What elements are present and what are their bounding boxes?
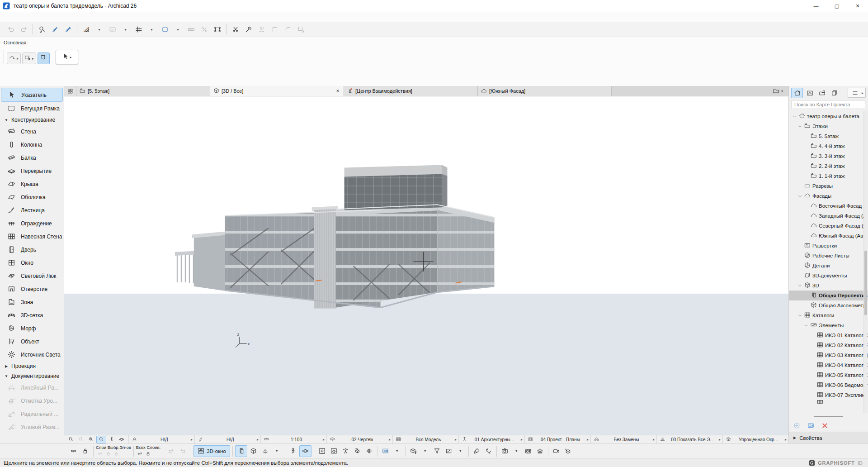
tree-item[interactable]: ИКЭ-03 Каталог Д (789, 350, 868, 360)
quick-option[interactable]: Н/Д▸ (128, 435, 194, 443)
marquee-drag-button[interactable]: ▸ (7, 52, 21, 64)
camera-settings-icon[interactable] (523, 446, 534, 457)
orbit-mode-icon[interactable] (299, 445, 311, 457)
properties-section-header[interactable]: ▶Свойства (789, 432, 868, 443)
zoom-redo-icon[interactable] (76, 436, 85, 443)
hide-layers-icon[interactable] (136, 451, 144, 457)
tree-item[interactable]: Фасады (789, 191, 868, 201)
view-tab[interactable]: [5. 5этаж] (76, 86, 210, 96)
tree-item[interactable]: ИКЭ-07 Эксплика (789, 390, 868, 400)
inject-params-icon[interactable] (49, 24, 61, 35)
layout-book-icon[interactable] (816, 88, 827, 98)
corner-icon[interactable] (269, 24, 281, 35)
menu-item[interactable] (76, 12, 85, 22)
maximize-button[interactable]: ▢ (826, 0, 847, 12)
unlock-layers-icon[interactable] (112, 451, 120, 457)
dd-icon[interactable]: ▾ (392, 446, 403, 457)
toolbox-item[interactable]: 3D-сетка (0, 309, 64, 322)
toolbox-item[interactable]: 1.2Линейный Ра... (0, 381, 64, 394)
perspective-icon[interactable] (235, 445, 247, 457)
tree-item[interactable]: П°Развертки (789, 241, 868, 251)
axonometry-icon[interactable] (248, 446, 259, 457)
close-button[interactable]: ✕ (847, 0, 868, 12)
redo-icon[interactable] (18, 24, 30, 35)
mirror-view-icon[interactable] (363, 446, 375, 457)
menu-item[interactable] (40, 12, 49, 22)
panel-resize-handle[interactable] (789, 414, 868, 419)
toolbox-item[interactable]: Лестница (0, 204, 64, 217)
toolbox-item[interactable]: Колонна (0, 138, 64, 151)
tree-item[interactable]: ИКЭ-01 Каталог С (789, 330, 868, 340)
tree-item[interactable]: Западный Фасад (А (789, 211, 868, 221)
quick-option[interactable]: 00 Показать Все Э...▸ (656, 435, 722, 443)
toolbox-item[interactable]: Оболочка (0, 191, 64, 204)
toolbox-item[interactable]: ▼Конструирование (0, 115, 64, 125)
menu-item[interactable] (31, 12, 40, 22)
tree-item[interactable]: Детали (789, 261, 868, 271)
snap-grid-icon[interactable] (132, 24, 145, 35)
visible-elements-icon[interactable] (68, 446, 79, 457)
toolbox-item[interactable]: Дверь (0, 243, 64, 256)
fillet-icon[interactable] (282, 24, 294, 35)
minimize-button[interactable]: — (806, 0, 826, 12)
tree-item[interactable]: Южный Фасад (Авт (789, 231, 868, 241)
add-viewpoint-icon[interactable] (793, 422, 800, 429)
zoom-in-icon[interactable] (86, 436, 95, 443)
quick-option[interactable]: Вся Модель▸ (392, 435, 458, 443)
set-square-icon[interactable] (80, 24, 92, 35)
dd-icon[interactable]: ▾ (146, 24, 158, 35)
dd-icon[interactable]: ▾ (93, 24, 105, 35)
close-tab-icon[interactable]: × (335, 88, 340, 94)
marquee-select-button[interactable]: ▸ (22, 52, 36, 64)
lock-elements-icon[interactable] (80, 446, 91, 457)
fly-through-icon[interactable] (551, 446, 562, 457)
stretch-icon[interactable] (198, 24, 210, 35)
ink-brush-icon[interactable] (483, 446, 494, 457)
tree-item[interactable]: Общая Аксонометр (789, 300, 868, 310)
toolbox-item[interactable]: Крыша (0, 177, 64, 191)
tree-item[interactable]: 3D (789, 281, 868, 291)
tree-item[interactable] (789, 400, 868, 404)
toolbox-item[interactable]: Зона (0, 295, 64, 309)
tree-item[interactable]: Разрезы (789, 181, 868, 191)
wire-house-icon[interactable] (534, 446, 546, 457)
tab-list-button[interactable]: ▾ (768, 86, 788, 96)
walk-mode-icon[interactable] (107, 436, 116, 443)
toolbox-item[interactable]: Указатель (1, 88, 63, 102)
toolbox-item[interactable]: Балка (0, 151, 64, 164)
toolbox-item[interactable]: Объект (0, 335, 64, 348)
render-magic-icon[interactable] (562, 446, 574, 457)
dd-icon[interactable]: ▾ (271, 446, 283, 457)
tree-item[interactable]: ИКЭ-06 Ведомост (789, 380, 868, 390)
lock-layers-icon[interactable] (104, 451, 112, 457)
pick-filter-icon[interactable] (431, 446, 443, 457)
favorites-icon[interactable] (159, 24, 171, 35)
camera-tripod-icon[interactable] (340, 446, 351, 457)
zoom-mode-icon[interactable] (96, 436, 106, 443)
trim-axe-icon[interactable] (242, 24, 255, 35)
camera-icon[interactable] (499, 446, 510, 457)
scrollbar-thumb[interactable] (864, 251, 867, 315)
toolbox-item[interactable]: Световой Люк (0, 269, 64, 282)
zoom-target-icon[interactable] (316, 446, 328, 457)
navigator-menu-button[interactable]: ▸ (848, 88, 866, 98)
gravity-icon[interactable] (255, 24, 268, 35)
orbit-mode-icon[interactable] (117, 436, 126, 443)
menu-item[interactable] (49, 12, 58, 22)
quick-option[interactable]: Н/Д▸ (194, 435, 260, 443)
quick-option[interactable]: 02 Чертеж▸ (326, 435, 392, 443)
transform-box-icon[interactable] (211, 24, 223, 35)
toolbox-item[interactable]: Морф (0, 322, 64, 335)
toolbox-item[interactable]: Стена (0, 125, 64, 138)
menu-item[interactable] (13, 12, 22, 22)
paint-brush-icon[interactable] (471, 446, 482, 457)
tree-item[interactable]: 1. 1-й этаж (789, 171, 868, 181)
project-map-search-input[interactable]: Поиск по Карте Проекта (792, 100, 865, 109)
tree-item[interactable]: Рабочие Листы (789, 251, 868, 261)
rotate-view-icon[interactable] (352, 446, 363, 457)
filter-cube-icon[interactable] (408, 446, 419, 457)
quick-option[interactable]: 04 Проект - Планы▸ (524, 435, 590, 443)
quick-option[interactable]: Упрощенная Окр...▸ (722, 435, 788, 443)
menu-item[interactable] (58, 12, 67, 22)
dd-icon[interactable]: ▾ (455, 446, 466, 457)
